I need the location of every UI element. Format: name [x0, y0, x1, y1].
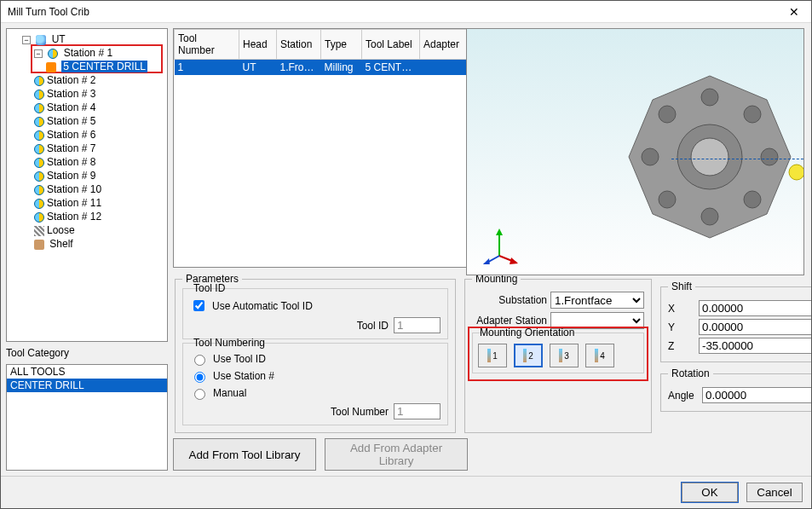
cell: UT — [239, 60, 277, 76]
tree-station-12[interactable]: Station # 12 — [34, 210, 164, 223]
tool-number-field[interactable] — [394, 403, 441, 419]
col-type[interactable]: Type — [321, 30, 362, 60]
rotation-group: Rotation Angle — [660, 367, 811, 412]
tool-id-field[interactable] — [394, 317, 441, 333]
orientation-icon — [559, 349, 562, 362]
list-item[interactable]: ALL TOOLS — [7, 365, 167, 379]
tree-station-8[interactable]: Station # 8 — [34, 155, 164, 169]
svg-point-6 — [744, 191, 761, 208]
use-station-radio[interactable] — [194, 372, 205, 383]
tree-label: Station # 10 — [47, 183, 101, 195]
tool-number-label: Tool Number — [331, 406, 389, 418]
tool-numbering-group: Tool Numbering Use Tool ID Use Station #… — [182, 343, 448, 425]
collapse-icon[interactable]: − — [34, 49, 43, 58]
tree-station-1[interactable]: − Station # 1 5 CENTER DRILL — [34, 46, 164, 73]
shift-z-label: Z — [668, 340, 694, 352]
station-icon — [34, 185, 44, 195]
tree-station-7[interactable]: Station # 7 — [34, 142, 164, 155]
tree-station-3[interactable]: Station # 3 — [34, 87, 164, 101]
orientation-1-button[interactable]: 1 — [478, 344, 507, 367]
mill-turn-tool-crib-window: Mill Turn Tool Crib ✕ − UT − — [0, 0, 812, 509]
col-tool-number[interactable]: Tool Number — [175, 30, 239, 60]
use-tool-id-radio[interactable] — [194, 355, 205, 366]
col-station[interactable]: Station — [277, 30, 321, 60]
shift-z-field[interactable] — [699, 338, 811, 354]
cell: 5 CENTE… — [362, 60, 420, 76]
shift-legend: Shift — [668, 281, 695, 292]
orientation-2-button[interactable]: 2 — [514, 344, 543, 367]
station-icon — [34, 130, 44, 141]
tree-label: Station # 2 — [47, 74, 95, 86]
station-icon — [34, 76, 44, 86]
mid-bottom-row: Parameters Tool ID Use Automatic Tool ID… — [173, 273, 654, 433]
shift-x-label: X — [668, 303, 694, 315]
tool-ball-icon — [789, 165, 804, 180]
turret-model — [599, 46, 804, 268]
svg-point-8 — [659, 191, 676, 208]
tree-label: Station # 7 — [47, 142, 95, 154]
close-button[interactable]: ✕ — [777, 1, 811, 23]
list-item[interactable]: CENTER DRILL — [7, 379, 167, 392]
svg-point-10 — [659, 106, 676, 123]
tree-station-5[interactable]: Station # 5 — [34, 114, 164, 128]
dialog-body: − UT − Station # 1 5 — [1, 23, 811, 476]
ok-button[interactable]: OK — [682, 483, 738, 502]
use-automatic-tool-id-checkbox[interactable] — [193, 300, 204, 311]
tree-label: Station # 12 — [47, 211, 101, 223]
cell: 1 — [175, 60, 239, 76]
adapter-station-label: Adapter Station — [472, 315, 547, 327]
tree-station-4[interactable]: Station # 4 — [34, 101, 164, 114]
station-icon — [34, 103, 44, 113]
tree-shelf[interactable]: Shelf — [34, 237, 164, 251]
station-icon — [34, 90, 44, 100]
tree-label: Shelf — [49, 238, 72, 250]
library-buttons-row: Add From Tool Library Add From Adapter L… — [173, 438, 654, 471]
tree-loose[interactable]: Loose — [34, 223, 164, 237]
3d-viewport[interactable] — [466, 28, 804, 275]
orientation-3-button[interactable]: 3 — [550, 344, 579, 367]
substation-select[interactable]: 1.Frontface — [550, 292, 644, 309]
tool-tree[interactable]: − UT − Station # 1 5 — [6, 28, 168, 342]
station-icon — [34, 117, 44, 127]
tree-label: Station # 5 — [47, 115, 95, 127]
tree-root-ut[interactable]: − UT − Station # 1 5 — [22, 32, 164, 237]
tool-id-label: Tool ID — [357, 320, 389, 332]
svg-point-5 — [761, 148, 778, 165]
cancel-button[interactable]: Cancel — [746, 483, 803, 502]
shift-x-field[interactable] — [699, 300, 811, 316]
collapse-icon[interactable]: − — [22, 36, 31, 44]
tree-station-10[interactable]: Station # 10 — [34, 182, 164, 196]
angle-field[interactable] — [702, 387, 811, 403]
tree-root-label: UT — [52, 33, 66, 45]
tool-category-list[interactable]: ALL TOOLS CENTER DRILL — [6, 364, 168, 471]
mounting-orientation-group: Mounting Orientation 1 2 3 4 — [472, 333, 644, 373]
col-tool-label[interactable]: Tool Label — [362, 30, 420, 60]
add-from-tool-library-button[interactable]: Add From Tool Library — [173, 438, 316, 471]
add-from-adapter-library-button[interactable]: Add From Adapter Library — [325, 438, 468, 471]
use-automatic-tool-id-label: Use Automatic Tool ID — [212, 300, 313, 312]
manual-radio[interactable] — [194, 389, 205, 400]
orientation-icon — [595, 349, 598, 362]
coordinate-triad-icon — [481, 227, 518, 264]
tree-station-11[interactable]: Station # 11 — [34, 196, 164, 210]
orientation-4-button[interactable]: 4 — [585, 344, 614, 367]
tree-station-9[interactable]: Station # 9 — [34, 169, 164, 182]
dialog-footer: OK Cancel — [1, 476, 811, 508]
loose-icon — [34, 226, 44, 236]
shift-y-field[interactable] — [699, 319, 811, 335]
svg-marker-16 — [481, 258, 490, 264]
col-head[interactable]: Head — [239, 30, 277, 60]
mounting-group: Mounting Substation 1.Frontface Adapter … — [464, 273, 652, 433]
orientation-icon — [523, 349, 527, 362]
tree-station-2[interactable]: Station # 2 — [34, 73, 164, 87]
rotation-legend: Rotation — [668, 367, 713, 379]
tree-tool-5-center-drill[interactable]: 5 CENTER DRILL — [46, 60, 164, 73]
station-icon — [34, 199, 44, 209]
tree-station-6[interactable]: Station # 6 — [34, 128, 164, 142]
tree-label: Station # 3 — [47, 88, 95, 100]
tool-id-group: Tool ID Use Automatic Tool ID Tool ID — [182, 288, 448, 339]
shelf-icon — [34, 240, 44, 250]
tool-axis-line — [671, 159, 804, 159]
station-icon — [34, 171, 44, 182]
parameters-group: Parameters Tool ID Use Automatic Tool ID… — [175, 273, 456, 433]
